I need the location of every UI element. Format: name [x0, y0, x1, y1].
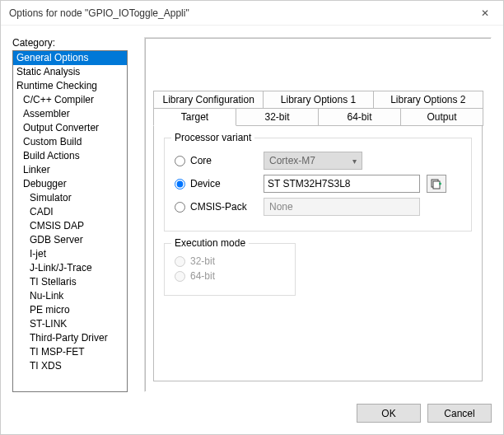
device-row: Device: [175, 175, 461, 193]
category-item-cmsis-dap[interactable]: CMSIS DAP: [13, 219, 127, 233]
device-browse-button[interactable]: [427, 175, 446, 193]
cmsis-row: CMSIS-Pack None: [175, 198, 461, 216]
device-radio[interactable]: [175, 179, 185, 189]
category-item-debugger[interactable]: Debugger: [13, 177, 127, 191]
tab-library-options-1[interactable]: Library Options 1: [263, 91, 373, 108]
category-item-pe-micro[interactable]: PE micro: [13, 303, 127, 317]
category-item-c-cpp-compiler[interactable]: C/C++ Compiler: [13, 93, 127, 107]
cancel-label: Cancel: [444, 408, 474, 419]
cmsis-label: CMSIS-Pack: [190, 201, 247, 213]
category-item-jlink-jtrace[interactable]: J-Link/J-Trace: [13, 261, 127, 275]
tab-target[interactable]: Target: [153, 108, 236, 126]
category-item-i-jet[interactable]: I-jet: [13, 247, 127, 261]
core-row: Core Cortex-M7 ▾: [175, 152, 461, 170]
device-input[interactable]: [264, 175, 420, 193]
window-title: Options for node "GPIO_IOToggle_Appli": [9, 7, 189, 19]
close-icon: ✕: [481, 7, 489, 19]
execution-mode-group: Execution mode 32-bit 64-bit: [164, 243, 296, 296]
category-item-runtime-checking[interactable]: Runtime Checking: [13, 79, 127, 93]
category-item-simulator[interactable]: Simulator: [13, 191, 127, 205]
category-item-ti-msp-fet[interactable]: TI MSP-FET: [13, 345, 127, 359]
tab-container: Library Configuration Library Options 1 …: [153, 91, 483, 381]
options-panel: Library Configuration Library Options 1 …: [144, 37, 492, 392]
category-item-custom-build[interactable]: Custom Build: [13, 135, 127, 149]
core-radio[interactable]: [175, 156, 185, 166]
ok-label: OK: [381, 408, 395, 419]
titlebar: Options for node "GPIO_IOToggle_Appli" ✕: [1, 1, 503, 26]
core-radio-label[interactable]: Core: [175, 155, 257, 166]
ok-button[interactable]: OK: [357, 404, 421, 423]
tab-output[interactable]: Output: [400, 108, 483, 126]
svg-rect-1: [433, 181, 440, 189]
dialog-footer: OK Cancel: [1, 395, 503, 434]
category-item-cadi[interactable]: CADI: [13, 205, 127, 219]
device-label: Device: [190, 178, 221, 189]
cmsis-value-field: None: [264, 198, 420, 216]
category-item-ti-stellaris[interactable]: TI Stellaris: [13, 275, 127, 289]
tab-row-bottom: Target 32-bit 64-bit Output: [153, 108, 483, 126]
tab-row-top: Library Configuration Library Options 1 …: [153, 91, 483, 108]
tab-64bit[interactable]: 64-bit: [318, 108, 401, 126]
category-label: Category:: [12, 37, 128, 49]
browse-icon: [431, 178, 442, 189]
core-label: Core: [190, 155, 212, 166]
exec-32-label: 32-bit: [190, 255, 215, 267]
category-item-third-party-driver[interactable]: Third-Party Driver: [13, 331, 127, 345]
exec-32-row: 32-bit: [175, 255, 285, 267]
tab-library-options-2[interactable]: Library Options 2: [373, 91, 483, 108]
category-item-nu-link[interactable]: Nu-Link: [13, 289, 127, 303]
category-item-general-options[interactable]: General Options: [13, 51, 127, 65]
cmsis-value: None: [269, 201, 293, 213]
category-item-build-actions[interactable]: Build Actions: [13, 149, 127, 163]
execution-mode-legend: Execution mode: [171, 237, 249, 249]
cancel-button[interactable]: Cancel: [427, 404, 492, 423]
core-value: Cortex-M7: [269, 155, 315, 166]
exec-64-label: 64-bit: [190, 270, 215, 282]
category-item-ti-xds[interactable]: TI XDS: [13, 359, 127, 373]
category-item-linker[interactable]: Linker: [13, 163, 127, 177]
tab-panel-target: Processor variant Core Cortex-M7 ▾: [153, 126, 483, 381]
core-select: Cortex-M7 ▾: [264, 152, 362, 170]
category-listbox[interactable]: General Options Static Analysis Runtime …: [12, 50, 128, 392]
category-column: Category: General Options Static Analysi…: [12, 37, 128, 392]
category-item-output-converter[interactable]: Output Converter: [13, 121, 127, 135]
category-item-st-link[interactable]: ST-LINK: [13, 317, 127, 331]
processor-variant-legend: Processor variant: [171, 132, 254, 143]
category-item-static-analysis[interactable]: Static Analysis: [13, 65, 127, 79]
options-dialog: Options for node "GPIO_IOToggle_Appli" ✕…: [0, 0, 504, 435]
category-item-assembler[interactable]: Assembler: [13, 107, 127, 121]
exec-64-radio: [175, 271, 185, 282]
tab-32bit[interactable]: 32-bit: [236, 108, 319, 126]
device-radio-label[interactable]: Device: [175, 178, 257, 189]
exec-64-row: 64-bit: [175, 270, 285, 282]
tab-library-configuration[interactable]: Library Configuration: [153, 91, 264, 108]
exec-32-radio: [175, 256, 185, 267]
close-button[interactable]: ✕: [466, 1, 503, 26]
category-item-gdb-server[interactable]: GDB Server: [13, 233, 127, 247]
chevron-down-icon: ▾: [352, 157, 357, 166]
processor-variant-group: Processor variant Core Cortex-M7 ▾: [164, 138, 472, 232]
dialog-body: Category: General Options Static Analysi…: [1, 26, 503, 395]
cmsis-radio[interactable]: [175, 202, 185, 213]
cmsis-radio-label[interactable]: CMSIS-Pack: [175, 201, 257, 213]
